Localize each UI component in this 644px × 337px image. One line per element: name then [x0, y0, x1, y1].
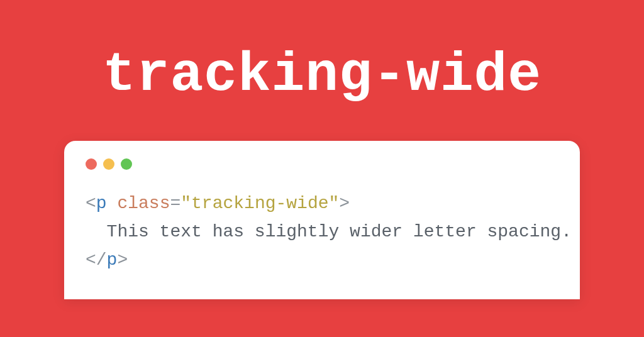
close-tag-open-bracket: </ — [86, 250, 107, 270]
close-tag-close-bracket: > — [117, 250, 128, 270]
window-minimize-icon — [103, 158, 114, 170]
equals: = — [170, 194, 180, 213]
space — [107, 194, 118, 213]
attr-value: "tracking-wide" — [180, 194, 339, 213]
code-window: <p class="tracking-wide"> This text has … — [64, 141, 580, 299]
attr-name: class — [117, 194, 170, 213]
window-maximize-icon — [121, 158, 132, 170]
code-snippet: <p class="tracking-wide"> This text has … — [86, 190, 558, 274]
tag-close: p — [107, 250, 118, 270]
code-text-content: This text has slightly wider letter spac… — [107, 222, 572, 241]
tag-open: p — [96, 194, 107, 213]
open-bracket: < — [86, 194, 96, 213]
window-controls — [86, 158, 558, 170]
close-bracket: > — [339, 194, 350, 213]
page-title: tracking-wide — [103, 44, 541, 106]
window-close-icon — [86, 158, 97, 170]
